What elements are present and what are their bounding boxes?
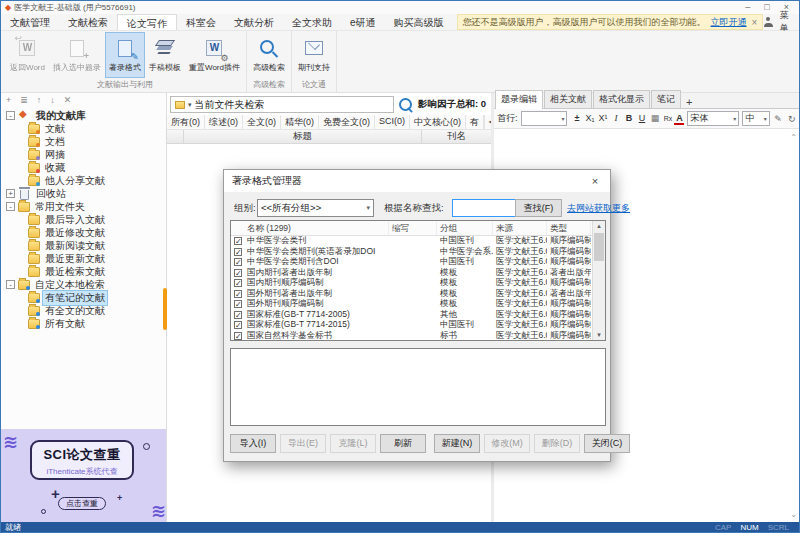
tree-item[interactable]: 有全文的文献 <box>1 304 166 317</box>
menu-tab[interactable]: 文献检索 <box>59 14 117 30</box>
tree-item[interactable]: 文献 <box>1 122 166 135</box>
detail-tab[interactable]: 笔记 <box>651 90 681 108</box>
dialog-button[interactable]: 删除(D) <box>534 434 580 453</box>
format-icon[interactable] <box>596 113 609 125</box>
tree-item[interactable]: - 我的文献库 <box>1 109 166 122</box>
tree-item[interactable]: 最新阅读文献 <box>1 239 166 252</box>
annotate-icon[interactable] <box>773 114 784 124</box>
ribbon-button[interactable]: 返回Word <box>6 32 49 78</box>
format-icon[interactable] <box>674 113 684 125</box>
chevron-down-icon[interactable]: ▾ <box>188 101 192 109</box>
tree-item[interactable]: 最近修改文献 <box>1 226 166 239</box>
format-checkbox[interactable] <box>234 332 242 340</box>
group-combo[interactable]: <<所有分组>> ▾ <box>257 199 374 217</box>
search-input[interactable]: ▾ 当前文件夹检索 <box>170 96 394 113</box>
promo-check-button[interactable]: 点击查重 <box>58 497 106 510</box>
filter-tab[interactable]: 中文核心(0) <box>410 115 466 129</box>
dialog-close-icon[interactable]: × <box>580 175 610 187</box>
ribbon-button[interactable]: 著录格式 <box>105 32 145 78</box>
menu-tab[interactable]: 全文求助 <box>283 14 341 30</box>
tree-item[interactable]: 他人分享文献 <box>1 174 166 187</box>
find-button[interactable]: 查找(F) <box>515 199 562 217</box>
format-checkbox[interactable] <box>234 321 242 329</box>
tree-item[interactable]: 最后导入文献 <box>1 213 166 226</box>
dialog-button[interactable]: 导出(E) <box>280 434 326 453</box>
format-checkbox[interactable] <box>234 311 242 319</box>
filter-tab[interactable]: 全文(0) <box>243 115 281 129</box>
type-column-header[interactable]: 类型 <box>547 221 591 235</box>
ribbon-button[interactable]: 高级检索 <box>249 32 289 78</box>
format-icon[interactable] <box>583 113 596 125</box>
font-size-combo[interactable]: 中 ▾ <box>742 111 769 126</box>
minimize-button[interactable]: – <box>745 2 750 13</box>
user-icon[interactable] <box>763 17 772 28</box>
filter-tab[interactable]: 综述(0) <box>205 115 243 129</box>
dialog-button[interactable]: 克隆(L) <box>330 434 376 453</box>
format-checkbox[interactable] <box>234 279 242 287</box>
tree-expander[interactable]: - <box>6 280 15 289</box>
format-checkbox[interactable] <box>234 258 242 266</box>
tree-item[interactable]: - 常用文件夹 <box>1 200 166 213</box>
scroll-down-icon[interactable]: ▾ <box>593 331 605 339</box>
dialog-titlebar[interactable]: 著录格式管理器 × <box>224 170 610 192</box>
tree-item[interactable]: 文档 <box>1 135 166 148</box>
ribbon-button[interactable]: 插入选中题录 <box>49 32 105 78</box>
tree-item[interactable]: 最近检索文献 <box>1 265 166 278</box>
tree-expander[interactable]: - <box>6 202 15 211</box>
notice-close-icon[interactable]: × <box>752 17 758 28</box>
font-name-combo[interactable]: 宋体 ▾ <box>687 111 739 126</box>
name-column-header[interactable]: 名称 (1299) <box>231 221 389 235</box>
scroll-up-icon[interactable]: ▴ <box>593 222 605 230</box>
tree-toolbar-icon[interactable]: + <box>6 95 11 105</box>
tree-expander[interactable]: + <box>6 189 15 198</box>
detail-tab[interactable]: 题录编辑 <box>495 90 543 109</box>
menu-tab[interactable]: 科室会 <box>177 14 225 30</box>
ribbon-button[interactable]: 手稿模板 <box>145 32 185 78</box>
group-column-header[interactable]: 分组 <box>437 221 493 235</box>
format-checkbox[interactable] <box>234 248 242 256</box>
format-checkbox[interactable] <box>234 300 242 308</box>
filter-tab[interactable]: 有 <box>466 115 484 129</box>
abbr-column-header[interactable]: 缩写 <box>389 221 437 235</box>
get-more-link[interactable]: 去网站获取更多 <box>567 202 630 215</box>
format-icon[interactable] <box>609 113 622 125</box>
dialog-button[interactable]: 刷新 <box>380 434 426 453</box>
tree-toolbar-icon[interactable]: ≣ <box>20 95 28 105</box>
maximize-button[interactable]: □ <box>764 2 769 13</box>
scroll-down-icon[interactable]: ⌄ <box>790 510 797 519</box>
detail-tab[interactable]: + <box>682 96 696 108</box>
tree-toolbar-icon[interactable]: ↓ <box>50 95 55 105</box>
tree-item[interactable]: + 回收站 <box>1 187 166 200</box>
table-scrollbar[interactable]: ▴ ▾ <box>592 221 605 340</box>
journal-column-header[interactable]: 刊名 <box>421 130 491 143</box>
format-icon[interactable] <box>570 113 583 125</box>
detail-tab[interactable]: 格式化显示 <box>593 90 650 108</box>
menu-tab[interactable]: e研通 <box>341 14 385 30</box>
source-column-header[interactable]: 来源 <box>493 221 547 235</box>
upgrade-now-link[interactable]: 立即开通 <box>711 16 747 29</box>
format-icon[interactable] <box>635 113 648 125</box>
tree-toolbar-icon[interactable]: ↑ <box>37 95 42 105</box>
format-checkbox[interactable] <box>234 269 242 277</box>
tree-item[interactable]: 网摘 <box>1 148 166 161</box>
tree-toolbar-icon[interactable]: ✕ <box>64 95 72 105</box>
tree-item[interactable]: 有笔记的文献 <box>1 291 166 304</box>
ribbon-button[interactable]: 期刊支持 <box>294 32 334 78</box>
search-icon[interactable] <box>398 97 414 113</box>
menu-tab[interactable]: 购买高级版 <box>385 14 453 30</box>
filter-tab[interactable]: 所有(0) <box>167 115 205 129</box>
format-table-row[interactable]: 国家自然科学基金标书 标书 医学文献王6.0 顺序编码制 <box>231 331 592 341</box>
dialog-button[interactable]: 导入(I) <box>230 434 276 453</box>
format-checkbox[interactable] <box>234 290 242 298</box>
menu-tab[interactable]: 文献分析 <box>225 14 283 30</box>
dialog-button[interactable]: 关闭(C) <box>584 434 630 453</box>
scroll-up-icon[interactable]: ⌃ <box>790 133 797 142</box>
title-column-header[interactable]: 标题 <box>184 130 421 143</box>
format-icon[interactable] <box>661 113 674 125</box>
tree-item[interactable]: - 自定义本地检索 <box>1 278 166 291</box>
first-line-combo[interactable]: ▾ <box>521 111 568 126</box>
convert-icon[interactable] <box>786 114 797 124</box>
filter-tab[interactable]: 免费全文(0) <box>319 115 375 129</box>
ribbon-button[interactable]: 重置Word插件 <box>185 32 244 78</box>
tree-item[interactable]: 所有文献 <box>1 317 166 330</box>
